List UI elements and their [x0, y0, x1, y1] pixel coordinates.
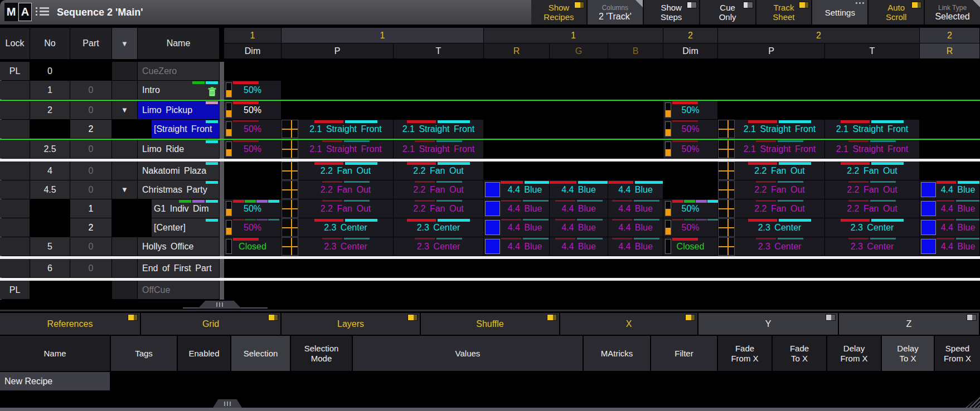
header-col-r1[interactable]: R: [484, 43, 549, 58]
tab-layers[interactable]: Layers: [282, 313, 420, 335]
header-col-p1[interactable]: P: [282, 43, 393, 58]
header-group-3[interactable]: 1: [484, 28, 663, 43]
value-cell-t2[interactable]: 2.2 Fan Out: [825, 180, 919, 199]
cue-number-cell[interactable]: 5: [30, 237, 70, 256]
bottom-hscroll-thumb[interactable]: [213, 399, 242, 408]
cue-only-button[interactable]: CueOnly: [700, 0, 755, 25]
recipe-column-name[interactable]: Name: [0, 336, 110, 371]
header-arrow[interactable]: ▼: [112, 28, 137, 59]
header-no[interactable]: No: [30, 28, 70, 59]
value-cell-t2[interactable]: 2.1 Straight Front: [825, 140, 919, 158]
tab-grid[interactable]: Grid: [141, 313, 280, 335]
value-cell-dim2[interactable]: Closed: [663, 237, 717, 256]
part-number-cell[interactable]: 2: [70, 218, 111, 237]
recipe-column-matricks[interactable]: MAtricks: [584, 336, 650, 371]
header-group-2[interactable]: 1: [282, 28, 483, 43]
cue-name-cell[interactable]: CueZero: [138, 62, 219, 80]
cue-name-cell[interactable]: Intro: [138, 81, 219, 99]
value-cell-b1[interactable]: 4.4 Blue: [608, 237, 663, 256]
tab-shuffle[interactable]: Shuffle: [421, 313, 559, 335]
recipe-column-fade-to-x[interactable]: FadeTo X: [773, 336, 826, 371]
lock-cell[interactable]: [0, 259, 30, 277]
value-cell-r2[interactable]: 4.4 Blue: [920, 237, 979, 256]
expand-arrow-icon[interactable]: ▼: [112, 101, 137, 119]
value-cell-dim1[interactable]: 50%: [224, 81, 281, 99]
value-cell-g1[interactable]: 4.4 Blue: [550, 218, 608, 237]
part-number-cell[interactable]: [70, 281, 111, 299]
part-number-cell[interactable]: 0: [70, 259, 111, 277]
recipe-column-delay-from-x[interactable]: DelayFrom X: [827, 336, 881, 371]
cue-name-cell[interactable]: Nakatomi Plaza: [138, 162, 219, 180]
value-cell-t1[interactable]: 2.3 Center: [394, 237, 483, 256]
value-cell-r1[interactable]: 4.4 Blue: [484, 199, 549, 218]
tab-y[interactable]: Y: [698, 313, 838, 335]
settings-button[interactable]: Settings: [812, 0, 867, 25]
expand-arrow-icon[interactable]: ▼: [112, 180, 137, 199]
value-cell-t2[interactable]: 2.3 Center: [825, 218, 919, 237]
value-cell-b1[interactable]: 4.4 Blue: [608, 218, 663, 237]
track-sheet-button[interactable]: TrackSheet: [756, 0, 812, 25]
header-lock[interactable]: Lock: [0, 28, 30, 59]
value-cell-p2[interactable]: 2.3 Center: [718, 237, 824, 256]
cue-name-cell[interactable]: Limo Pickup: [138, 101, 219, 119]
cue-name-cell[interactable]: [Straight Front: [152, 120, 219, 138]
recipe-column-enabled[interactable]: Enabled: [178, 336, 230, 371]
show-steps-button[interactable]: ShowSteps: [644, 0, 699, 25]
value-cell-p2[interactable]: 2.2 Fan Out: [718, 199, 824, 218]
recipe-column-selection-mode[interactable]: SelectionMode: [291, 336, 352, 371]
value-cell-r1[interactable]: 4.4 Blue: [484, 237, 549, 256]
value-cell-p1[interactable]: 2.1 Straight Front: [282, 140, 393, 158]
arrow-cell[interactable]: [112, 237, 137, 256]
value-cell-p2[interactable]: 2.1 Straight Front: [718, 120, 824, 138]
recipe-column-tags[interactable]: Tags: [111, 336, 177, 371]
lock-cell[interactable]: [0, 199, 30, 218]
lock-cell[interactable]: [0, 140, 30, 158]
recipe-column-selection[interactable]: Selection: [231, 336, 290, 371]
value-cell-p1[interactable]: 2.1 Straight Front: [282, 120, 393, 138]
lock-cell[interactable]: [0, 162, 30, 180]
tab-references[interactable]: References: [0, 313, 140, 335]
recipe-column-fade-from-x[interactable]: FadeFrom X: [718, 336, 772, 371]
lock-cell[interactable]: PL: [0, 281, 30, 299]
part-number-cell[interactable]: 0: [70, 180, 111, 199]
value-cell-p2[interactable]: 2.2 Fan Out: [718, 180, 824, 199]
value-cell-dim1[interactable]: 50%: [224, 101, 281, 119]
tab-x[interactable]: X: [560, 313, 697, 335]
value-cell-r2[interactable]: 4.4 Blue: [920, 218, 979, 237]
value-cell-dim1[interactable]: Closed: [224, 237, 281, 256]
value-cell-dim1[interactable]: 50%: [224, 140, 281, 158]
value-cell-p1[interactable]: 2.2 Fan Out: [282, 199, 393, 218]
value-cell-p1[interactable]: 2.2 Fan Out: [282, 162, 393, 180]
arrow-cell[interactable]: [112, 62, 137, 80]
cue-number-cell[interactable]: 6: [30, 259, 70, 277]
value-cell-r1[interactable]: 4.4 Blue: [484, 180, 549, 199]
cue-number-cell[interactable]: 2.5: [30, 140, 70, 158]
lock-cell[interactable]: [0, 120, 30, 138]
bottom-scroll-track[interactable]: [0, 408, 980, 411]
value-cell-p2[interactable]: 2.3 Center: [718, 218, 824, 237]
columns-button[interactable]: Columns2 'Track': [588, 0, 643, 25]
lock-cell[interactable]: [0, 180, 30, 199]
cue-name-cell[interactable]: G1 Indiv Dim: [152, 199, 219, 218]
value-cell-t1[interactable]: 2.1 Straight Front: [394, 120, 483, 138]
recipe-column-values[interactable]: Values: [353, 336, 583, 371]
lock-cell[interactable]: PL: [0, 62, 30, 80]
header-group-4[interactable]: 2: [663, 28, 717, 43]
part-number-cell[interactable]: 0: [70, 81, 111, 99]
header-group-6[interactable]: 2: [920, 28, 979, 43]
cue-number-cell[interactable]: 2: [30, 101, 70, 119]
value-cell-t2[interactable]: 2.2 Fan Out: [825, 162, 919, 180]
cue-number-cell[interactable]: 1: [30, 81, 70, 99]
value-cell-b1[interactable]: 4.4 Blue: [608, 180, 663, 199]
cue-name-cell[interactable]: Hollys Office: [138, 237, 219, 256]
value-cell-t1[interactable]: 2.2 Fan Out: [394, 180, 483, 199]
cue-number-cell[interactable]: 4.5: [30, 180, 70, 199]
value-cell-t1[interactable]: 2.2 Fan Out: [394, 199, 483, 218]
cue-name-cell[interactable]: End of First Part: [138, 259, 219, 277]
value-cell-t1[interactable]: 2.1 Straight Front: [394, 140, 483, 158]
header-col-g1[interactable]: G: [550, 43, 608, 58]
value-cell-g1[interactable]: 4.4 Blue: [550, 237, 608, 256]
header-group-1[interactable]: 1: [224, 28, 281, 43]
value-cell-t2[interactable]: 2.3 Center: [825, 237, 919, 256]
lock-cell[interactable]: [0, 101, 30, 119]
